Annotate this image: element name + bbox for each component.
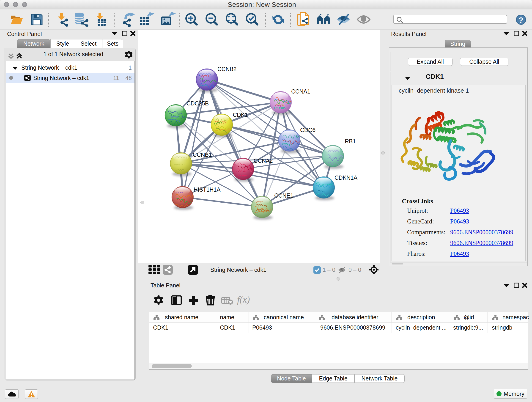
svg-text:CDKN1A: CDKN1A bbox=[335, 174, 357, 181]
svg-text:CDK1: CDK1 bbox=[233, 112, 248, 118]
svg-text:HIST1H1A: HIST1H1A bbox=[194, 186, 221, 193]
svg-text:CDC25B: CDC25B bbox=[186, 100, 209, 107]
svg-text:CCNB2: CCNB2 bbox=[217, 66, 236, 72]
svg-text:CCNE1: CCNE1 bbox=[274, 192, 293, 199]
svg-text:CCNB1: CCNB1 bbox=[193, 152, 212, 158]
svg-text:CCNA2: CCNA2 bbox=[254, 157, 273, 164]
svg-text:CDC6: CDC6 bbox=[300, 127, 316, 133]
svg-text:CCNA1: CCNA1 bbox=[291, 88, 310, 95]
svg-text:RB1: RB1 bbox=[345, 138, 356, 144]
